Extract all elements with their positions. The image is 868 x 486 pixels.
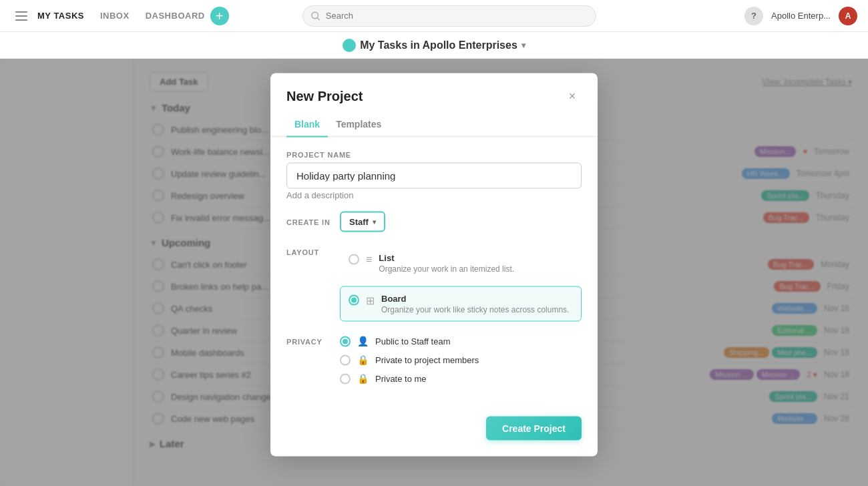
nav-dashboard[interactable]: DASHBOARD (146, 11, 205, 21)
layout-list-text: List Organize your work in an itemized l… (379, 253, 514, 274)
layout-group: LAYOUT ≡ List Organize your work in an i… (286, 246, 582, 322)
new-project-modal: New Project × Blank Templates PROJECT NA… (270, 73, 598, 457)
modal-body: PROJECT NAME Add a description CREATE IN… (270, 138, 598, 417)
layout-list-desc: Organize your work in an itemized list. (379, 264, 514, 274)
svg-rect-0 (15, 11, 27, 13)
lock-members-icon: 🔒 (357, 354, 369, 365)
modal-title: New Project (286, 88, 363, 103)
layout-list-radio[interactable] (349, 254, 359, 265)
global-add-button[interactable]: + (210, 7, 229, 25)
layout-board-text: Board Organize your work like sticky not… (381, 294, 569, 314)
privacy-option-private-members[interactable]: 🔒 Private to project members (340, 354, 479, 366)
workspace-name: Apollo Enterp... (771, 11, 831, 21)
layout-board-radio[interactable] (349, 295, 359, 306)
privacy-members-radio[interactable] (340, 355, 351, 366)
nav-inbox[interactable]: INBOX (100, 11, 130, 21)
svg-line-4 (318, 17, 320, 19)
modal-footer: Create Project (270, 417, 598, 457)
create-in-group: CREATE IN Staff ▾ (286, 212, 582, 232)
help-button[interactable]: ? (744, 7, 763, 25)
main-content: Add Task View: Incomplete Tasks ▾ ▼ Toda… (0, 59, 868, 486)
list-layout-icon: ≡ (366, 254, 372, 266)
layout-option-list[interactable]: ≡ List Organize your work in an itemized… (340, 246, 582, 281)
create-project-button[interactable]: Create Project (486, 417, 582, 441)
create-in-value: Staff (349, 217, 369, 227)
svg-rect-1 (15, 15, 27, 17)
dropdown-chevron-icon: ▾ (373, 218, 376, 226)
privacy-public-radio[interactable] (340, 336, 351, 347)
create-in-label: CREATE IN (286, 218, 340, 226)
tab-templates[interactable]: Templates (328, 113, 389, 138)
workspace-avatar (343, 39, 356, 52)
privacy-me-label: Private to me (375, 373, 427, 383)
top-nav: MY TASKS INBOX DASHBOARD + ? Apollo Ente… (0, 0, 868, 32)
create-in-dropdown[interactable]: Staff ▾ (340, 212, 385, 232)
workspace-header: My Tasks in Apollo Enterprises ▾ (0, 32, 868, 59)
layout-board-desc: Organize your work like sticky notes acr… (381, 305, 569, 314)
nav-my-tasks[interactable]: MY TASKS (37, 11, 84, 21)
modal-header: New Project × (270, 73, 598, 105)
workspace-chevron-icon[interactable]: ▾ (521, 41, 525, 50)
privacy-options: 👤 Public to Staff team 🔒 Private to proj… (340, 335, 479, 385)
board-layout-icon: ⊞ (366, 294, 375, 307)
privacy-public-label: Public to Staff team (375, 336, 451, 346)
privacy-group: PRIVACY 👤 Public to Staff team 🔒 Private… (286, 335, 582, 385)
svg-rect-2 (15, 19, 27, 21)
modal-tabs: Blank Templates (270, 105, 598, 138)
modal-close-button[interactable]: × (563, 87, 582, 105)
public-icon: 👤 (357, 336, 369, 346)
user-avatar[interactable]: A (839, 7, 857, 25)
tab-blank[interactable]: Blank (286, 113, 328, 138)
lock-me-icon: 🔒 (357, 373, 369, 384)
privacy-option-private-me[interactable]: 🔒 Private to me (340, 373, 479, 385)
search-icon (311, 11, 320, 21)
nav-right: ? Apollo Enterp... A (744, 7, 857, 25)
layout-label: LAYOUT (286, 248, 340, 256)
workspace-title: My Tasks in Apollo Enterprises ▾ (343, 39, 525, 52)
layout-board-title: Board (381, 294, 569, 304)
nav-links: MY TASKS INBOX DASHBOARD (37, 11, 205, 21)
project-name-label: PROJECT NAME (286, 151, 582, 159)
privacy-me-radio[interactable] (340, 374, 351, 385)
layout-options: ≡ List Organize your work in an itemized… (340, 246, 582, 322)
project-name-input[interactable] (286, 163, 582, 189)
search-bar (302, 5, 596, 27)
project-name-group: PROJECT NAME Add a description (286, 151, 582, 201)
layout-list-title: List (379, 253, 514, 263)
privacy-members-label: Private to project members (375, 354, 479, 364)
privacy-label: PRIVACY (286, 338, 340, 346)
layout-option-board[interactable]: ⊞ Board Organize your work like sticky n… (340, 286, 582, 322)
privacy-option-public[interactable]: 👤 Public to Staff team (340, 335, 479, 347)
add-description-link[interactable]: Add a description (286, 190, 353, 200)
search-input[interactable] (326, 11, 588, 21)
menu-icon[interactable] (11, 5, 32, 27)
workspace-title-text: My Tasks in Apollo Enterprises (360, 39, 517, 51)
